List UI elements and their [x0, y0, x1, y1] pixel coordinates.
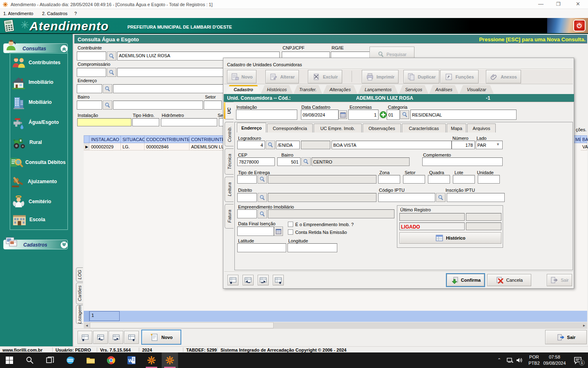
novo-button[interactable]: Novo	[142, 330, 181, 344]
categoria-search-button[interactable]	[400, 110, 409, 119]
bairro-code-input[interactable]: 501	[277, 157, 301, 166]
cancela-button[interactable]: Cancela	[487, 274, 531, 286]
lote-input[interactable]	[453, 175, 475, 184]
expand-icon[interactable]	[60, 241, 68, 249]
distrito-search-button[interactable]	[258, 193, 267, 202]
bairro-nome-input[interactable]	[113, 101, 203, 110]
toolbar-funcoes-button[interactable]: Funções	[440, 70, 479, 83]
record-last-button[interactable]	[273, 275, 284, 285]
dialog-sair-button[interactable]: Sair	[547, 274, 572, 286]
inscricao-iptu-input[interactable]	[447, 193, 505, 202]
tab-tecnica[interactable]: Técnica	[225, 148, 234, 175]
app-task-1[interactable]	[144, 352, 159, 368]
sidebar-item-rural[interactable]: Rural	[10, 134, 68, 153]
longitude-input[interactable]	[287, 243, 337, 252]
conta-retida-checkbox[interactable]	[288, 229, 293, 235]
endereco-code-input[interactable]	[77, 84, 102, 93]
codigo-iptu-input[interactable]	[378, 193, 435, 202]
tab-analises[interactable]: Análises	[429, 85, 459, 94]
empreendimento-checkbox[interactable]	[288, 222, 293, 227]
tab-visualizar[interactable]: Visualizar	[459, 85, 494, 94]
sidebar-item-consulta-debitos[interactable]: Consulta Débitos	[10, 153, 68, 172]
categoria-nome-input[interactable]: RESIDENCIAL	[410, 110, 517, 120]
tab-cartoes[interactable]: Cartões	[76, 283, 83, 304]
sidebar-item-mobiliario[interactable]: Mobiliário	[10, 94, 68, 113]
tab-servicos[interactable]: Serviços	[399, 85, 428, 94]
empreendimento-search-button[interactable]	[258, 209, 267, 218]
minimize-button[interactable]: —	[538, 2, 543, 7]
instalacao-input[interactable]	[77, 118, 131, 126]
contribuinte-search-button[interactable]	[107, 52, 116, 61]
codigo-iptu-search-button[interactable]	[436, 193, 445, 202]
tab-mapa[interactable]: Mapa	[447, 123, 466, 132]
tab-contrib[interactable]: Contrib.	[225, 122, 234, 146]
power-button[interactable]: ⏻	[573, 20, 586, 31]
sidebar-item-ajuizamento[interactable]: Ajuizamento	[10, 173, 68, 192]
complemento-input[interactable]	[422, 157, 503, 166]
cell-instalacao[interactable]: 000002029	[89, 143, 121, 150]
task-view-icon[interactable]	[46, 356, 55, 365]
tray-volume-icon[interactable]	[516, 357, 523, 364]
sidebar-item-escola[interactable]: Escola	[10, 211, 68, 230]
toolbar-anexos-button[interactable]: Anexos	[486, 70, 521, 83]
ie-icon[interactable]	[65, 355, 75, 365]
endereco-search-button[interactable]	[103, 84, 112, 93]
hidrometro-input[interactable]	[161, 118, 217, 126]
bairro-search-button[interactable]	[103, 101, 112, 110]
page-cell[interactable]: 1	[89, 311, 120, 321]
calendar-button[interactable]	[339, 110, 347, 119]
logradouro-code-input[interactable]: 4	[237, 141, 265, 149]
restore-button[interactable]: ❐	[556, 2, 561, 7]
historico-button[interactable]: Histórico	[399, 232, 501, 244]
menu-help[interactable]: ?	[74, 11, 77, 16]
col-header-instalacao[interactable]: INSTALACAO	[89, 135, 121, 143]
col-header-codcontribuinte[interactable]: CODCONTRIBUINTE	[145, 135, 189, 143]
scroll-thumb[interactable]	[90, 322, 274, 328]
tab-alteracoes[interactable]: Alterações	[323, 85, 357, 94]
nav-first-button[interactable]	[78, 331, 92, 344]
sidebar-item-contribuintes[interactable]: Contribuintes	[10, 54, 68, 73]
distrito-code-input[interactable]	[237, 193, 257, 202]
sair-button[interactable]: Sair	[545, 330, 587, 344]
compromissario-code-input[interactable]	[77, 68, 106, 77]
tab-correspondencia[interactable]: Correspondência	[267, 123, 313, 132]
nav-last-button[interactable]	[124, 331, 139, 344]
categoria-code-input[interactable]: 01	[387, 110, 400, 120]
quadra-input[interactable]	[428, 175, 450, 184]
tab-transfer[interactable]: Transfer.	[294, 85, 322, 94]
col-header-situacao[interactable]: SITUACAO	[121, 135, 145, 143]
taskbar-search-icon[interactable]	[25, 356, 34, 365]
collapse-icon[interactable]	[60, 45, 68, 52]
tab-lancamentos[interactable]: Lançamentos	[358, 85, 398, 94]
data-cadastro-input[interactable]: 09/08/2024	[301, 110, 339, 120]
start-button[interactable]	[5, 356, 14, 365]
tipo-entrega-search-button[interactable]	[258, 175, 267, 184]
logradouro-search-button[interactable]	[266, 141, 275, 149]
nav-prev-button[interactable]	[93, 331, 108, 344]
app-task-2[interactable]	[162, 352, 178, 368]
latitude-input[interactable]	[237, 243, 286, 252]
logradouro-tipo-input[interactable]: /ENIDA	[276, 141, 300, 149]
tab-log[interactable]: LOG	[76, 267, 83, 282]
record-first-button[interactable]	[227, 275, 238, 285]
tipo-hidro-input[interactable]	[132, 118, 159, 126]
tab-uc-empre-imob[interactable]: UC Empre. Imob.	[314, 123, 362, 132]
data-final-calendar-button[interactable]	[274, 227, 283, 236]
tab-listagem[interactable]: Listagem	[76, 305, 83, 324]
cell-situacao[interactable]: LG.	[121, 143, 145, 150]
toolbar-novo-button[interactable]: Novo	[227, 70, 256, 83]
h-scrollbar[interactable]: ◂ ▸	[84, 322, 587, 328]
unidade-input[interactable]	[478, 175, 500, 184]
compromissario-search-button[interactable]	[107, 68, 116, 77]
empreendimento-code-input[interactable]	[237, 209, 257, 218]
contribuinte-code-input[interactable]	[77, 52, 106, 61]
tab-leitura[interactable]: Leitura	[225, 177, 234, 202]
tray-clock[interactable]: 07:5809/08/2024	[540, 354, 569, 366]
toolbar-duplicar-button[interactable]: Duplicar	[403, 70, 439, 83]
scroll-left-arrow[interactable]: ◂	[84, 322, 90, 328]
lado-dropdown-icon[interactable]: ▼	[496, 142, 500, 146]
toolbar-imprimir-button[interactable]: Imprimir	[362, 70, 399, 83]
add-economia-button[interactable]	[380, 111, 387, 118]
logradouro-nome-input[interactable]: BOA VISTA	[332, 141, 452, 149]
bairro-search-button[interactable]	[301, 157, 311, 166]
